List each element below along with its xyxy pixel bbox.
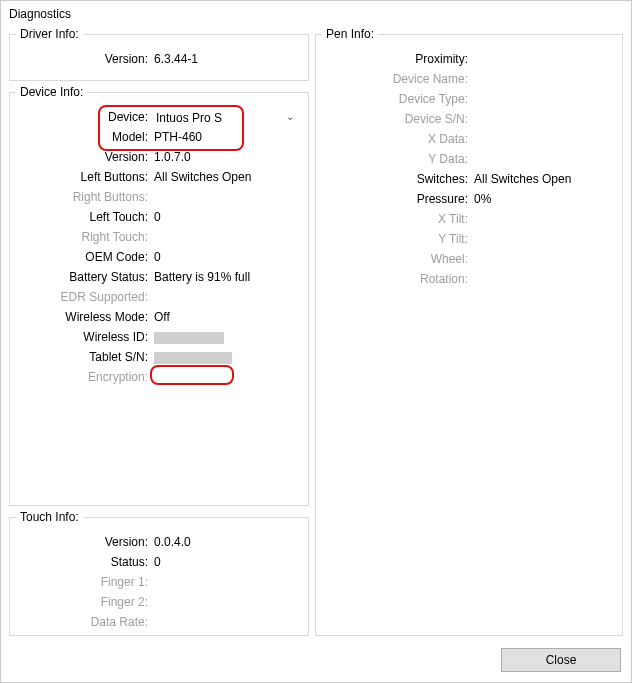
tablet-sn-label: Tablet S/N:	[16, 347, 152, 367]
right-touch-row: Right Touch:	[16, 227, 302, 247]
pressure-row: Pressure: 0%	[322, 189, 616, 209]
device-row: Device: Intuos Pro S ⌄	[16, 107, 302, 127]
model-value: PTH-460	[152, 127, 202, 147]
rotation-label: Rotation:	[322, 269, 472, 289]
y-tilt-row: Y Tilt:	[322, 229, 616, 249]
finger1-label: Finger 1:	[16, 572, 152, 592]
model-row: Model: PTH-460	[16, 127, 302, 147]
x-data-label: X Data:	[322, 129, 472, 149]
switches-value: All Switches Open	[472, 169, 571, 189]
driver-version-value: 6.3.44-1	[152, 49, 198, 69]
battery-row: Battery Status: Battery is 91% full	[16, 267, 302, 287]
wheel-row: Wheel:	[322, 249, 616, 269]
driver-info-group: Driver Info: Version: 6.3.44-1	[9, 27, 309, 81]
driver-version-row: Version: 6.3.44-1	[16, 49, 302, 69]
pen-device-type-label: Device Type:	[322, 89, 472, 109]
touch-status-label: Status:	[16, 552, 152, 572]
driver-info-legend: Driver Info:	[16, 27, 83, 41]
left-column: Driver Info: Version: 6.3.44-1 Device In…	[9, 27, 309, 636]
switches-label: Switches:	[322, 169, 472, 189]
touch-status-row: Status: 0	[16, 552, 302, 572]
left-touch-label: Left Touch:	[16, 207, 152, 227]
wireless-id-label: Wireless ID:	[16, 327, 152, 347]
touch-version-label: Version:	[16, 532, 152, 552]
device-info-group: Device Info: Device: Intuos Pro S ⌄ Mode…	[9, 85, 309, 506]
y-data-row: Y Data:	[322, 149, 616, 169]
content-area: Driver Info: Version: 6.3.44-1 Device In…	[9, 27, 623, 636]
wireless-id-row: Wireless ID:	[16, 327, 302, 347]
close-button[interactable]: Close	[501, 648, 621, 672]
touch-version-row: Version: 0.0.4.0	[16, 532, 302, 552]
pen-info-group: Pen Info: Proximity: Device Name: Device…	[315, 27, 623, 636]
pen-device-name-label: Device Name:	[322, 69, 472, 89]
wireless-mode-label: Wireless Mode:	[16, 307, 152, 327]
left-touch-value: 0	[152, 207, 161, 227]
finger2-label: Finger 2:	[16, 592, 152, 612]
encryption-label: Encryption:	[16, 367, 152, 387]
oem-code-row: OEM Code: 0	[16, 247, 302, 267]
device-label: Device:	[16, 107, 152, 127]
left-buttons-row: Left Buttons: All Switches Open	[16, 167, 302, 187]
switches-row: Switches: All Switches Open	[322, 169, 616, 189]
finger1-row: Finger 1:	[16, 572, 302, 592]
wireless-mode-value: Off	[152, 307, 170, 327]
tablet-sn-value	[152, 347, 232, 367]
pen-device-type-row: Device Type:	[322, 89, 616, 109]
pen-device-sn-row: Device S/N:	[322, 109, 616, 129]
left-buttons-label: Left Buttons:	[16, 167, 152, 187]
edr-row: EDR Supported:	[16, 287, 302, 307]
left-buttons-value: All Switches Open	[152, 167, 251, 187]
right-buttons-row: Right Buttons:	[16, 187, 302, 207]
diagnostics-window: Diagnostics Driver Info: Version: 6.3.44…	[0, 0, 632, 683]
touch-status-value: 0	[152, 552, 161, 572]
oem-code-label: OEM Code:	[16, 247, 152, 267]
pen-device-sn-label: Device S/N:	[322, 109, 472, 129]
wireless-mode-row: Wireless Mode: Off	[16, 307, 302, 327]
pen-device-name-row: Device Name:	[322, 69, 616, 89]
data-rate-row: Data Rate:	[16, 612, 302, 632]
device-version-label: Version:	[16, 147, 152, 167]
device-dropdown[interactable]: Intuos Pro S	[152, 108, 272, 126]
touch-info-group: Touch Info: Version: 0.0.4.0 Status: 0 F…	[9, 510, 309, 636]
x-data-row: X Data:	[322, 129, 616, 149]
x-tilt-label: X Tilt:	[322, 209, 472, 229]
pressure-label: Pressure:	[322, 189, 472, 209]
device-info-legend: Device Info:	[16, 85, 87, 99]
tablet-sn-row: Tablet S/N:	[16, 347, 302, 367]
data-rate-label: Data Rate:	[16, 612, 152, 632]
encryption-row: Encryption:	[16, 367, 302, 387]
right-buttons-label: Right Buttons:	[16, 187, 152, 207]
rotation-row: Rotation:	[322, 269, 616, 289]
wheel-label: Wheel:	[322, 249, 472, 269]
device-version-row: Version: 1.0.7.0	[16, 147, 302, 167]
left-touch-row: Left Touch: 0	[16, 207, 302, 227]
wireless-id-value	[152, 327, 224, 347]
proximity-row: Proximity:	[322, 49, 616, 69]
right-column: Pen Info: Proximity: Device Name: Device…	[315, 27, 623, 636]
chevron-down-icon[interactable]: ⌄	[286, 107, 294, 127]
driver-version-label: Version:	[16, 49, 152, 69]
battery-value: Battery is 91% full	[152, 267, 250, 287]
edr-label: EDR Supported:	[16, 287, 152, 307]
touch-version-value: 0.0.4.0	[152, 532, 191, 552]
x-tilt-row: X Tilt:	[322, 209, 616, 229]
oem-code-value: 0	[152, 247, 161, 267]
right-touch-label: Right Touch:	[16, 227, 152, 247]
finger2-row: Finger 2:	[16, 592, 302, 612]
battery-label: Battery Status:	[16, 267, 152, 287]
touch-info-legend: Touch Info:	[16, 510, 83, 524]
y-tilt-label: Y Tilt:	[322, 229, 472, 249]
window-title: Diagnostics	[1, 1, 631, 27]
y-data-label: Y Data:	[322, 149, 472, 169]
footer: Close	[501, 648, 621, 672]
model-label: Model:	[16, 127, 152, 147]
pressure-value: 0%	[472, 189, 491, 209]
proximity-label: Proximity:	[322, 49, 472, 69]
pen-info-legend: Pen Info:	[322, 27, 378, 41]
device-version-value: 1.0.7.0	[152, 147, 191, 167]
